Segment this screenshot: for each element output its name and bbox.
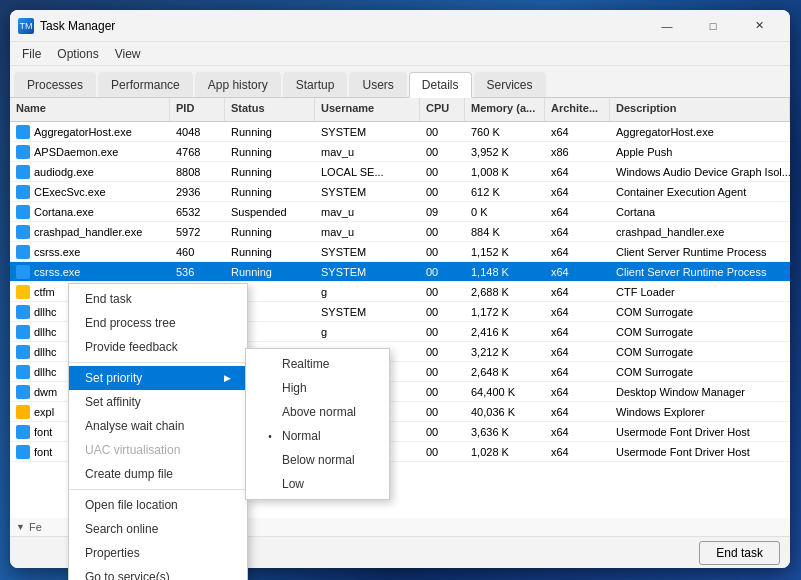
cell-name: csrss.exe (10, 242, 170, 261)
cell-status: Running (225, 242, 315, 261)
cell-pid: 6532 (170, 202, 225, 221)
cell-username: mav_u (315, 202, 420, 221)
cell-memory: 1,172 K (465, 302, 545, 321)
col-username[interactable]: Username (315, 98, 420, 121)
menu-view[interactable]: View (107, 45, 149, 63)
cell-desc: Cortana (610, 202, 790, 221)
cell-arch: x64 (545, 122, 610, 141)
cell-arch: x64 (545, 282, 610, 301)
cell-arch: x64 (545, 302, 610, 321)
tab-services[interactable]: Services (474, 72, 546, 97)
cell-cpu: 00 (420, 442, 465, 461)
cell-cpu: 00 (420, 362, 465, 381)
cell-name: AggregatorHost.exe (10, 122, 170, 141)
cell-username: SYSTEM (315, 242, 420, 261)
cell-desc: CTF Loader (610, 282, 790, 301)
cell-desc: Desktop Window Manager (610, 382, 790, 401)
cell-desc: Client Server Runtime Process (610, 262, 790, 281)
table-row[interactable]: csrss.exe460RunningSYSTEM001,152 Kx64Cli… (10, 242, 790, 262)
table-row[interactable]: csrss.exe536RunningSYSTEM001,148 Kx64Cli… (10, 262, 790, 282)
context-menu-item-open-file-location[interactable]: Open file location (69, 493, 247, 517)
cell-name: CExecSvc.exe (10, 182, 170, 201)
tab-details[interactable]: Details (409, 72, 472, 98)
table-row[interactable]: audiodg.exe8808RunningLOCAL SE...001,008… (10, 162, 790, 182)
context-menu-item-create-dump-file[interactable]: Create dump file (69, 462, 247, 486)
context-menu-item-end-process-tree[interactable]: End process tree (69, 311, 247, 335)
cell-pid: 4768 (170, 142, 225, 161)
cell-username: SYSTEM (315, 302, 420, 321)
cell-memory: 2,648 K (465, 362, 545, 381)
cell-cpu: 09 (420, 202, 465, 221)
col-pid[interactable]: PID (170, 98, 225, 121)
cell-cpu: 00 (420, 402, 465, 421)
table-row[interactable]: Cortana.exe6532Suspendedmav_u090 Kx64Cor… (10, 202, 790, 222)
context-menu-item-set-priority[interactable]: Set priority▶ (69, 366, 247, 390)
table-row[interactable]: crashpad_handler.exe5972Runningmav_u0088… (10, 222, 790, 242)
context-menu-item-analyse-wait-chain[interactable]: Analyse wait chain (69, 414, 247, 438)
menu-options[interactable]: Options (49, 45, 106, 63)
cell-username: SYSTEM (315, 122, 420, 141)
col-desc[interactable]: Description (610, 98, 790, 121)
priority-item-below-normal[interactable]: Below normal (246, 448, 389, 472)
context-menu-item-set-affinity[interactable]: Set affinity (69, 390, 247, 414)
table-row[interactable]: AggregatorHost.exe4048RunningSYSTEM00760… (10, 122, 790, 142)
tab-startup[interactable]: Startup (283, 72, 348, 97)
end-task-button[interactable]: End task (699, 541, 780, 565)
context-menu-item-properties[interactable]: Properties (69, 541, 247, 565)
cell-username: mav_u (315, 222, 420, 241)
cell-username: g (315, 282, 420, 301)
cell-desc: Container Execution Agent (610, 182, 790, 201)
context-menu-divider (69, 489, 247, 490)
cell-arch: x64 (545, 242, 610, 261)
tab-bar: Processes Performance App history Startu… (10, 66, 790, 98)
cell-arch: x64 (545, 362, 610, 381)
priority-item-above-normal[interactable]: Above normal (246, 400, 389, 424)
cell-memory: 1,008 K (465, 162, 545, 181)
cell-arch: x86 (545, 142, 610, 161)
cell-memory: 3,636 K (465, 422, 545, 441)
table-row[interactable]: CExecSvc.exe2936RunningSYSTEM00612 Kx64C… (10, 182, 790, 202)
context-menu-item-provide-feedback[interactable]: Provide feedback (69, 335, 247, 359)
menu-file[interactable]: File (14, 45, 49, 63)
cell-status: Suspended (225, 202, 315, 221)
cell-username: SYSTEM (315, 262, 420, 281)
col-cpu[interactable]: CPU (420, 98, 465, 121)
tab-users[interactable]: Users (349, 72, 406, 97)
cell-username: g (315, 322, 420, 341)
col-memory[interactable]: Memory (a... (465, 98, 545, 121)
cell-status: Running (225, 222, 315, 241)
col-status[interactable]: Status (225, 98, 315, 121)
col-name[interactable]: Name (10, 98, 170, 121)
maximize-button[interactable]: □ (690, 10, 736, 42)
tab-performance[interactable]: Performance (98, 72, 193, 97)
table-row[interactable]: APSDaemon.exe4768Runningmav_u003,952 Kx8… (10, 142, 790, 162)
cell-arch: x64 (545, 202, 610, 221)
cell-cpu: 00 (420, 122, 465, 141)
cell-cpu: 00 (420, 342, 465, 361)
context-menu-item-end-task[interactable]: End task (69, 287, 247, 311)
priority-item-high[interactable]: High (246, 376, 389, 400)
context-menu-item-go-to-service(s)[interactable]: Go to service(s) (69, 565, 247, 580)
close-button[interactable]: ✕ (736, 10, 782, 42)
cell-memory: 40,036 K (465, 402, 545, 421)
minimize-button[interactable]: — (644, 10, 690, 42)
context-menu-item-search-online[interactable]: Search online (69, 517, 247, 541)
process-icon (16, 245, 30, 259)
tab-app-history[interactable]: App history (195, 72, 281, 97)
process-icon (16, 285, 30, 299)
process-icon (16, 125, 30, 139)
tab-processes[interactable]: Processes (14, 72, 96, 97)
priority-item-realtime[interactable]: Realtime (246, 352, 389, 376)
cell-pid: 4048 (170, 122, 225, 141)
cell-arch: x64 (545, 442, 610, 461)
cell-memory: 2,688 K (465, 282, 545, 301)
cell-desc: crashpad_handler.exe (610, 222, 790, 241)
cell-arch: x64 (545, 402, 610, 421)
cell-arch: x64 (545, 422, 610, 441)
process-icon (16, 325, 30, 339)
cell-username: LOCAL SE... (315, 162, 420, 181)
priority-item-normal[interactable]: •Normal (246, 424, 389, 448)
title-bar: TM Task Manager — □ ✕ (10, 10, 790, 42)
priority-item-low[interactable]: Low (246, 472, 389, 496)
col-arch[interactable]: Archite... (545, 98, 610, 121)
